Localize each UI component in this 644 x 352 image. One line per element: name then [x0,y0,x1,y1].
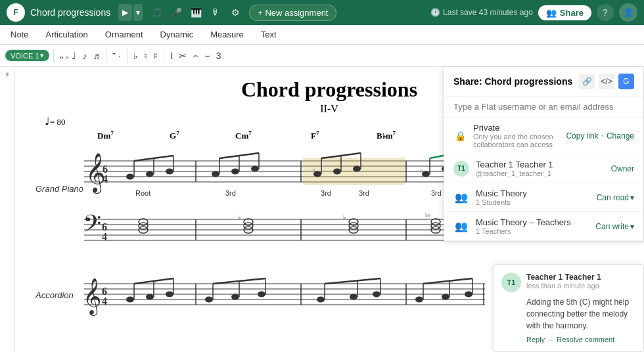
svg-point-69 [349,223,358,229]
svg-point-104 [350,294,357,300]
teacher-row: T1 Teacher 1 Teacher 1 @teacher_1_teache… [444,154,643,183]
sidebar-toggle[interactable]: ≡ [3,72,11,76]
svg-text:3rd: 3rd [321,189,331,197]
privacy-action[interactable]: Copy link • Change [566,131,634,141]
main-content: ≡ Chord progressions II-V ♩= 80 Dm7 G7 C… [0,67,644,352]
svg-point-99 [258,292,265,297]
svg-point-109 [415,297,423,303]
comment-resolve-button[interactable]: Resolve comment [557,336,614,343]
svg-point-62 [139,223,148,229]
privacy-description: Only you and the chosen collaborators ca… [473,133,559,148]
share-gdoc-icon[interactable]: G [618,74,634,89]
music-theory-permission[interactable]: Can read ▾ [597,193,634,202]
eighth-note-btn[interactable]: ♪ [80,47,89,65]
sharp-btn[interactable]: ♯ [151,47,160,65]
svg-line-108 [325,278,380,284]
menu-note[interactable]: Note [8,28,31,41]
whole-note-btn[interactable]: 𝅝 [58,47,62,65]
tuplet-btn[interactable]: 3 [214,47,223,65]
sixteenth-note-btn[interactable]: ♬ [91,47,102,65]
new-assignment-button[interactable]: + New assignment [249,5,336,21]
svg-point-16 [166,169,173,175]
svg-text:4: 4 [103,173,108,185]
music-theory-teachers-count: 1 Teachers [476,227,589,235]
chord-label-dm7: Dm7 [97,130,114,141]
teacher-handle: @teacher_1_teacher_1 [476,169,605,177]
share-embed-icon[interactable]: </> [599,74,614,89]
share-email-input[interactable] [444,97,643,118]
slur-btn[interactable]: ⌣ [202,47,212,65]
last-save-indicator: 🕐 Last save 43 minutes ago [430,8,533,17]
natural-btn[interactable]: ♮ [142,47,149,65]
help-button[interactable]: ? [597,4,614,21]
svg-text:4: 4 [102,296,107,307]
bass-staff: 𝄢 6 4 ♭ [64,206,498,265]
rest-btn[interactable]: 𝄻 [110,47,114,65]
cursor-btn[interactable]: I [168,47,175,65]
svg-line-115 [423,278,472,284]
half-note-btn[interactable]: 𝅗 [64,47,68,65]
new-assignment-label: + New assignment [258,8,328,18]
menu-dynamic[interactable]: Dynamic [158,28,196,41]
svg-point-97 [231,294,239,300]
svg-text:3rd: 3rd [225,189,236,197]
tie-btn[interactable]: ⌢ [191,47,200,65]
dot-btn[interactable]: · [116,47,123,65]
comment-text: Adding the 5th (C) might help connecting… [526,296,635,332]
share-button[interactable]: 👥 Share [538,5,591,20]
tuner-icon[interactable]: 🎵 [148,4,165,21]
teacher-role: Owner [611,164,634,173]
svg-text:♭: ♭ [343,214,346,221]
record-icon[interactable]: 🎤 [168,4,185,21]
comment-action-sep: – [549,336,553,343]
nav-icon-group: 🎵 🎤 🎹 🎙 ⚙ [148,4,244,21]
svg-point-74 [431,223,440,229]
playback-chevron[interactable]: ▾ [133,4,143,21]
comment-panel: T1 Teacher 1 Teacher 1 less than a minut… [493,264,644,352]
settings-icon[interactable]: ⚙ [227,4,244,21]
share-link-icon[interactable]: 🔗 [579,74,595,89]
svg-point-22 [231,169,239,175]
playback-controls: ▶ ▾ [118,4,143,21]
voice-selector[interactable]: VOICE 1 ▾ [5,50,49,61]
share-panel: Share: Chord progressions 🔗 </> G 🔒 Priv… [444,67,644,242]
toolbar-separator-3 [127,49,127,62]
comment-author-name: Teacher 1 Teacher 1 [526,273,635,282]
svg-point-39 [422,171,430,177]
privacy-label: Private [473,123,559,133]
svg-point-106 [373,292,380,297]
music-theory-info: Music Theory 1 Students [476,188,590,206]
accordion-staff: 𝄞 6 4 [64,271,498,317]
svg-point-111 [442,294,449,300]
svg-text:♭: ♭ [421,167,423,173]
svg-point-34 [353,166,361,172]
menu-articulation[interactable]: Articulation [43,28,90,41]
comment-time: less than a minute ago [526,282,635,290]
music-theory-teachers-permission[interactable]: Can write ▾ [595,222,634,231]
share-header-icons: 🔗 </> G [579,74,634,89]
scissors-btn[interactable]: ✂ [177,47,189,65]
svg-text:♭: ♭ [313,167,315,173]
svg-point-90 [146,294,154,300]
instrument-icon[interactable]: 🎹 [187,4,204,21]
note-toolbar: VOICE 1 ▾ 𝅝 𝅗 ♩ ♪ ♬ 𝄻 · ♭ ♮ ♯ I ✂ ⌢ ⌣ 3 [0,45,644,67]
user-avatar[interactable]: 👤 [619,3,637,22]
play-button[interactable]: ▶ [118,4,132,21]
menu-text[interactable]: Text [258,28,279,41]
chord-label-bbm7: B♭m7 [377,130,396,141]
comment-reply-button[interactable]: Reply [526,336,545,343]
toolbar-separator-4 [164,49,164,62]
music-theory-teachers-info: Music Theory – Teachers 1 Teachers [476,217,589,235]
teacher-avatar: T1 [453,161,469,177]
svg-point-65 [244,223,253,229]
menu-ornament[interactable]: Ornament [103,28,146,41]
treble-staff: 𝄞 6 4 [64,144,498,210]
menu-measure[interactable]: Measure [208,28,246,41]
privacy-row: 🔒 Private Only you and the chosen collab… [444,118,643,154]
mic-icon[interactable]: 🎙 [207,4,224,21]
app-logo: F [7,3,25,22]
flat-btn[interactable]: ♭ [131,47,140,65]
comment-actions: Reply – Resolve comment [526,336,635,343]
quarter-note-btn[interactable]: ♩ [70,47,78,65]
svg-point-20 [212,171,219,177]
